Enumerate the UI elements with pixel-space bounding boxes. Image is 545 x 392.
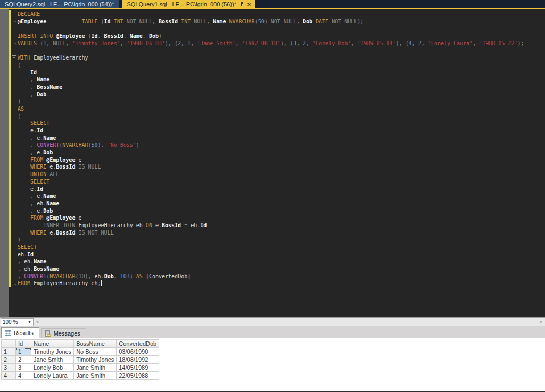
code-line-14[interactable]: AS <box>11 105 545 113</box>
grid-cell[interactable]: Lonely Laura <box>31 372 74 380</box>
code-line-16[interactable]: SELECT <box>11 120 545 127</box>
code-line-28[interactable]: , e.Dob <box>11 207 545 215</box>
code-token: ) <box>18 237 21 243</box>
code-line-26[interactable]: , e.Name <box>11 193 545 200</box>
code-token: BossId <box>104 33 123 39</box>
grid-cell[interactable]: Jane Smith <box>74 372 117 380</box>
grid-column-header[interactable]: BossName <box>74 340 117 348</box>
code-line-33[interactable]: SELECT <box>11 244 545 251</box>
code-line-18[interactable]: , e.Name <box>11 135 545 142</box>
close-icon[interactable]: × <box>247 2 251 7</box>
fold-collapse-icon[interactable]: - <box>12 34 16 38</box>
code-line-20[interactable]: , e.Dob <box>11 149 545 156</box>
code-line-2[interactable]: @Employee TABLE (Id INT NOT NULL, BossId… <box>11 18 545 26</box>
code-line-5[interactable]: VALUES (1, NULL, 'Timothy Jones', '1990-… <box>11 40 545 47</box>
code-token: , <box>181 40 187 46</box>
code-token <box>18 215 30 221</box>
code-token: , <box>351 40 357 46</box>
code-line-30[interactable]: INNER JOIN EmployeeHierarchy eh ON e.Bos… <box>11 222 545 229</box>
document-tab-1[interactable]: SQLQuery2.sql - LE...-PC\lgrin_000 (54))… <box>0 0 119 8</box>
fold-collapse-icon[interactable]: - <box>12 12 16 16</box>
grid-cell[interactable]: 4 <box>16 372 31 380</box>
code-token: ) <box>136 142 139 148</box>
code-line-19[interactable]: , CONVERT(NVARCHAR(50), 'No Boss') <box>11 141 545 149</box>
code-token: VALUES <box>18 40 37 46</box>
code-line-37[interactable]: , CONVERT(NVARCHAR(10), eh.Dob, 103) AS … <box>11 273 545 280</box>
code-line-21[interactable]: FROM @Employee e <box>11 156 545 164</box>
code-line-7[interactable]: -WITH EmployeeHierarchy <box>11 54 545 62</box>
code-line-23[interactable]: UNION ALL <box>11 171 545 178</box>
code-token: @Employee <box>46 215 75 221</box>
code-token: ) <box>159 33 162 39</box>
code-line-12[interactable]: , Dob <box>11 91 545 98</box>
code-token: INT <box>114 19 123 24</box>
code-line-36[interactable]: , eh.BossName <box>11 265 545 273</box>
code-token: ), ( <box>396 40 409 46</box>
tab-results[interactable]: Results <box>1 327 39 338</box>
code-token: IS NULL <box>75 164 101 170</box>
editor-bottom-bar: 100 % ▼ ◀ ▶ <box>0 317 545 326</box>
code-line-29[interactable]: FROM @Employee e <box>11 214 545 222</box>
grid-cell[interactable]: Jane Smith <box>31 356 74 364</box>
code-line-24[interactable]: SELECT <box>11 178 545 186</box>
code-line-35[interactable]: , eh.Name <box>11 258 545 265</box>
grid-cell[interactable]: 22/05/1988 <box>117 372 159 380</box>
code-line-22[interactable]: WHERE e.BossId IS NULL <box>11 163 545 171</box>
code-token: eh <box>136 222 143 228</box>
code-line-11[interactable]: , BossName <box>11 84 545 91</box>
grid-column-header[interactable]: Id <box>16 340 31 348</box>
grid-row-number[interactable]: 4 <box>2 372 16 380</box>
code-token: , <box>18 149 37 155</box>
code-line-13[interactable]: ) <box>11 98 545 105</box>
grid-row-number[interactable]: 1 <box>2 348 16 356</box>
code-line-25[interactable]: e.Id <box>11 186 545 193</box>
code-line-27[interactable]: , eh.Name <box>11 200 545 207</box>
code-line-1[interactable]: -DECLARE <box>11 11 545 18</box>
code-line-38[interactable]: FROM EmployeeHierarchy eh; <box>11 280 545 287</box>
code-token: NVARCHAR <box>229 19 254 24</box>
code-token: 'Lonely Bob' <box>312 40 351 46</box>
grid-row-number[interactable]: 3 <box>2 364 16 372</box>
code-area[interactable]: -DECLARE@Employee TABLE (Id INT NOT NULL… <box>11 11 545 287</box>
code-token: Dob <box>37 91 46 97</box>
code-line-10[interactable]: , Name <box>11 76 545 84</box>
grid-column-header[interactable]: Name <box>31 340 74 348</box>
grid-column-header[interactable]: ConvertedDob <box>117 340 159 348</box>
code-line-32[interactable]: ) <box>11 236 545 244</box>
code-line-4[interactable]: -INSERT INTO @Employee (Id, BossId, Name… <box>11 32 545 40</box>
grid-cell[interactable]: Timothy Jones <box>74 356 117 364</box>
scroll-right-icon[interactable]: ▶ <box>540 320 543 324</box>
grid-cell[interactable]: 14/05/1989 <box>117 364 159 372</box>
zoom-level-select[interactable]: 100 % ▼ <box>1 318 34 326</box>
grid-cell[interactable]: 1 <box>16 348 31 356</box>
scroll-left-icon[interactable]: ◀ <box>36 320 38 324</box>
code-token: FROM <box>30 215 43 221</box>
grid-cell[interactable]: 03/06/1990 <box>117 348 159 356</box>
code-line-8[interactable]: ( <box>11 62 545 69</box>
code-token: INSERT INTO <box>18 33 53 39</box>
grid-row-number[interactable]: 2 <box>2 356 16 364</box>
grid-cell[interactable]: 3 <box>16 364 31 372</box>
code-line-17[interactable]: e.Id <box>11 127 545 135</box>
grid-cell[interactable]: 18/08/1992 <box>117 356 159 364</box>
horizontal-scrollbar[interactable]: ◀ ▶ <box>34 318 545 326</box>
code-line-15[interactable]: ( <box>11 113 545 120</box>
sql-editor[interactable]: -DECLARE@Employee TABLE (Id INT NOT NULL… <box>0 9 545 317</box>
grid-cell[interactable]: Timothy Jones <box>31 348 74 356</box>
code-line-9[interactable]: Id <box>11 69 545 77</box>
code-line-3[interactable] <box>11 25 545 32</box>
code-token: EmployeeHierarchy <box>78 222 133 228</box>
pin-icon[interactable] <box>240 2 244 7</box>
grid-corner-cell[interactable] <box>2 340 16 348</box>
code-line-31[interactable]: WHERE e.BossId IS NOT NULL <box>11 229 545 237</box>
grid-cell[interactable]: Lonely Bob <box>31 364 74 372</box>
code-token <box>18 70 30 76</box>
code-line-34[interactable]: eh.Id <box>11 251 545 258</box>
code-line-6[interactable] <box>11 47 545 54</box>
fold-collapse-icon[interactable]: - <box>12 55 16 60</box>
grid-cell[interactable]: 2 <box>16 356 31 364</box>
grid-cell[interactable]: Jane Smith <box>74 364 117 372</box>
grid-cell[interactable]: No Boss <box>74 348 117 356</box>
document-tab-2[interactable]: SQLQuery1.sql - LE...-PC\lgrin_000 (56))… <box>122 0 255 8</box>
tab-messages[interactable]: Messages <box>41 328 86 338</box>
